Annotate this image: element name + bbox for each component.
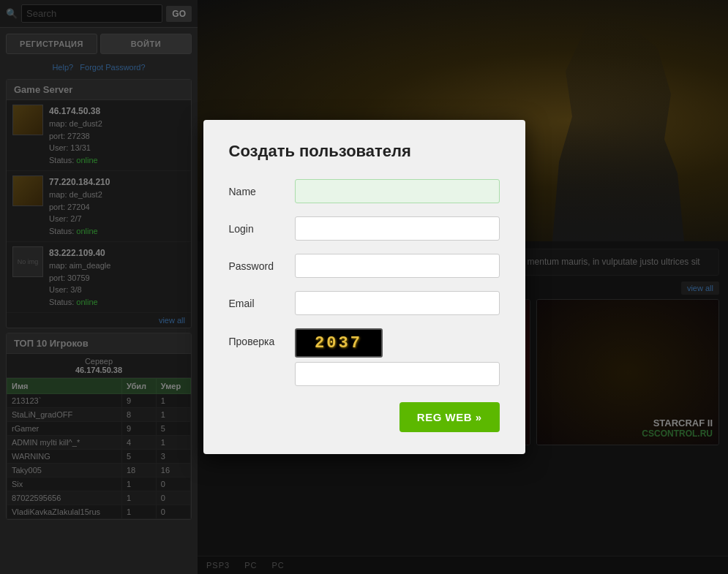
captcha-image: 2037 <box>295 328 383 358</box>
login-label: Login <box>229 223 295 235</box>
reg-web-button[interactable]: REG WEB » <box>399 402 500 432</box>
captcha-input[interactable] <box>295 362 500 386</box>
modal-title: Создать пользователя <box>229 142 500 161</box>
password-row: Password <box>229 254 500 278</box>
email-label: Email <box>229 298 295 309</box>
modal-overlay: Создать пользователя Name Login Password… <box>0 0 728 574</box>
password-input[interactable] <box>295 254 500 278</box>
name-input[interactable] <box>295 179 500 203</box>
login-row: Login <box>229 216 500 241</box>
password-label: Password <box>229 260 295 272</box>
modal-dialog: Создать пользователя Name Login Password… <box>203 120 525 454</box>
email-row: Email <box>229 291 500 315</box>
captcha-section: Проверка 2037 <box>229 328 500 386</box>
captcha-label: Проверка <box>229 328 295 347</box>
captcha-right: 2037 <box>295 328 500 386</box>
email-input[interactable] <box>295 291 500 315</box>
login-input[interactable] <box>295 216 500 241</box>
name-label: Name <box>229 186 295 197</box>
name-row: Name <box>229 179 500 203</box>
